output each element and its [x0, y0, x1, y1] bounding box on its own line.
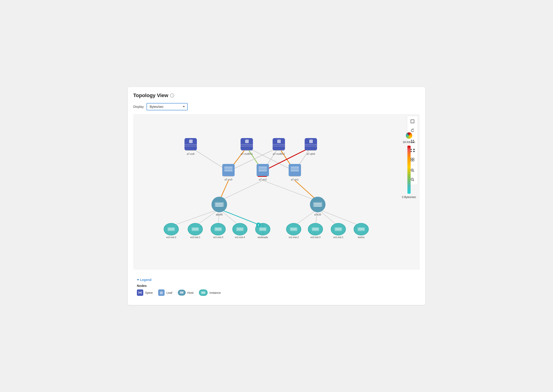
svg-rect-59 [289, 164, 301, 176]
svg-rect-88 [214, 227, 222, 231]
svg-rect-72 [313, 202, 322, 207]
svg-text:a7s33: a7s33 [314, 213, 321, 216]
svg-rect-93 [236, 227, 243, 231]
instance-legend-icon [199, 289, 207, 296]
spine-legend-label: Spine [145, 291, 153, 294]
svg-text:⊞: ⊞ [189, 139, 193, 144]
node-workloads[interactable]: 1 workloads [256, 223, 270, 238]
node-a7-mx80-1[interactable]: ⊞ a7-mx80-1 [241, 138, 253, 155]
svg-text:a7-ex6: a7-ex6 [187, 153, 194, 155]
color-scale-legend: 34 KB/sec 0 Bytes/sec [402, 132, 416, 199]
host-legend-label: Host [187, 291, 194, 294]
svg-rect-156 [201, 291, 206, 294]
svg-rect-53 [256, 164, 269, 176]
svg-rect-39 [274, 150, 283, 151]
spine-legend-icon [137, 289, 143, 296]
legend-instance: Instance [199, 289, 221, 296]
legend-label: Legend [140, 278, 152, 282]
svg-text:1: 1 [258, 224, 259, 226]
leaf-legend-label: Leaf [166, 291, 172, 294]
svg-rect-116 [335, 227, 342, 231]
svg-text:vn2-inst-2: vn2-inst-2 [166, 236, 176, 238]
legend-items: Spine Leaf Host Instance [137, 289, 416, 296]
svg-rect-33 [242, 150, 251, 151]
svg-text:vn2-inst-1: vn2-inst-1 [190, 236, 200, 238]
nodes-label: Nodes [137, 284, 416, 287]
svg-text:vn1-inst-2: vn1-inst-2 [289, 236, 299, 238]
svg-text:vn2-inst-3: vn2-inst-3 [310, 236, 320, 238]
svg-text:vn1-inst-1: vn1-inst-1 [333, 236, 343, 238]
display-toolbar: Display Bytes/sec Packets/sec Errors/sec [133, 103, 420, 110]
info-icon[interactable]: i [170, 93, 174, 98]
svg-text:a7-ex3: a7-ex3 [225, 178, 232, 181]
svg-rect-111 [312, 227, 319, 231]
color-scale-max-label: 34 KB/sec [403, 140, 415, 144]
svg-rect-125 [411, 120, 414, 123]
fit-screen-button[interactable] [408, 118, 416, 125]
host-legend-icon [178, 290, 186, 296]
svg-text:a7-qfx6: a7-qfx6 [307, 153, 315, 155]
chevron-down-icon [137, 279, 139, 281]
topology-canvas: ⊞ a7-ex6 ⊞ a7-mx80-1 ⊞ [133, 114, 420, 270]
svg-rect-51 [224, 176, 233, 176]
svg-rect-83 [192, 227, 199, 231]
svg-rect-121 [358, 227, 365, 231]
svg-text:vn1-inst-3: vn1-inst-3 [213, 236, 223, 238]
display-select[interactable]: Bytes/sec Packets/sec Errors/sec [146, 103, 188, 110]
svg-rect-45 [306, 150, 315, 151]
svg-text:testIns: testIns [358, 236, 364, 238]
svg-text:workloads: workloads [257, 236, 268, 238]
svg-text:⊞: ⊞ [245, 139, 249, 144]
color-bar [408, 146, 411, 194]
topology-card: Topology View i Display Bytes/sec Packet… [128, 87, 425, 305]
svg-text:⊞: ⊞ [309, 139, 313, 144]
legend-spine: Spine [137, 289, 153, 296]
svg-rect-0 [151, 114, 402, 270]
svg-text:a7-mx80-2: a7-mx80-2 [273, 153, 285, 155]
page-header: Topology View i [133, 92, 420, 98]
svg-rect-27 [186, 150, 195, 151]
legend-host: Host [178, 290, 194, 296]
svg-text:a7-ex1: a7-ex1 [291, 178, 299, 181]
node-a7-mx80-2[interactable]: ⊞ a7-mx80-2 [273, 138, 285, 155]
svg-rect-99 [259, 227, 266, 231]
legend-leaf: Leaf [158, 289, 172, 296]
svg-text:a6s45: a6s45 [216, 213, 223, 216]
leaf-legend-icon [158, 289, 165, 296]
svg-rect-57 [258, 176, 267, 177]
svg-rect-63 [290, 176, 299, 176]
instance-legend-label: Instance [209, 291, 221, 294]
svg-text:vn1-inst-4: vn1-inst-4 [235, 236, 245, 238]
color-wheel-icon [406, 132, 412, 139]
display-label: Display [133, 105, 144, 109]
svg-text:⊞: ⊞ [277, 139, 281, 144]
svg-rect-78 [167, 227, 175, 231]
svg-text:a7-mx80-1: a7-mx80-1 [241, 153, 253, 155]
svg-rect-47 [222, 164, 235, 176]
svg-text:a7-ex2: a7-ex2 [259, 178, 267, 181]
legend-section: Legend Nodes Spine Leaf [133, 274, 420, 300]
legend-toggle[interactable]: Legend [137, 278, 416, 282]
page-title: Topology View [133, 92, 168, 98]
color-scale-min-label: 0 Bytes/sec [402, 196, 416, 199]
svg-rect-106 [290, 227, 297, 231]
svg-rect-66 [215, 202, 224, 207]
